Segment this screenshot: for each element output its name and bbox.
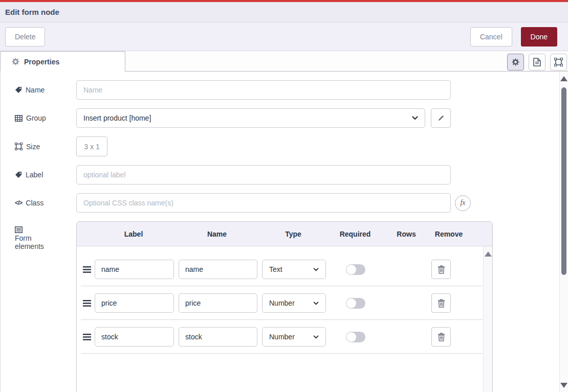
element-type-select[interactable]: Number — [262, 293, 326, 313]
scroll-down-icon[interactable] — [560, 383, 567, 388]
element-type-value: Text — [269, 265, 313, 273]
toggle-knob — [346, 265, 356, 274]
form-elements-table-body: Text — [77, 246, 483, 392]
toggle-knob — [346, 298, 356, 308]
document-icon — [533, 58, 541, 66]
element-name-input[interactable] — [179, 260, 257, 279]
editor-view-buttons — [507, 54, 567, 71]
chevron-down-icon — [412, 116, 418, 120]
cancel-button[interactable]: Cancel — [470, 27, 512, 47]
form-element-row: Number — [81, 320, 483, 354]
chevron-down-icon — [313, 302, 319, 305]
column-header-name: Name — [207, 230, 227, 238]
element-type-select[interactable]: Text — [262, 260, 326, 279]
size-field-row: Size 3 x 1 — [1, 136, 568, 156]
group-select-value: Insert product [home] — [83, 114, 412, 122]
dialog-button-bar: Delete Cancel Done — [0, 22, 568, 51]
edit-form-node-dialog: Edit form node Delete Cancel Done Proper… — [0, 0, 568, 392]
form-elements-table-header: LabelNameTypeRequiredRowsRemove — [77, 222, 492, 246]
size-icon — [15, 143, 23, 150]
label-field-label-text: Label — [26, 171, 43, 179]
dialog-header: Edit form node — [0, 2, 568, 22]
required-toggle[interactable] — [346, 332, 365, 342]
column-header-rows: Rows — [397, 230, 416, 238]
class-input[interactable] — [76, 193, 451, 213]
group-select[interactable]: Insert product [home] — [76, 108, 425, 128]
element-type-value: Number — [269, 333, 313, 341]
element-name-input[interactable] — [179, 293, 257, 313]
size-field-label-text: Size — [26, 143, 40, 151]
delete-button[interactable]: Delete — [5, 27, 45, 47]
form-elements-label: Form elements — [1, 221, 76, 250]
required-toggle[interactable] — [346, 298, 365, 309]
label-field-row: Label — [1, 165, 568, 185]
drag-handle-icon[interactable] — [83, 300, 91, 307]
toggle-knob — [346, 332, 356, 342]
element-label-input[interactable] — [95, 293, 174, 313]
class-field-row: </> Class fx — [1, 193, 568, 213]
main-scrollbar[interactable] — [559, 72, 568, 392]
element-name-input[interactable] — [179, 327, 257, 347]
element-type-select[interactable]: Number — [262, 327, 326, 347]
properties-view-button[interactable] — [507, 54, 524, 71]
scrollbar-thumb[interactable] — [561, 87, 566, 275]
label-input[interactable] — [76, 165, 451, 185]
trash-icon — [438, 265, 445, 274]
form-elements-label-text: Form elements — [15, 234, 56, 250]
dialog-title: Edit form node — [5, 8, 59, 16]
group-field-label: Group — [1, 114, 76, 122]
chevron-down-icon — [313, 335, 319, 339]
column-header-required: Required — [340, 230, 371, 238]
gear-icon — [12, 58, 19, 65]
size-field-label: Size — [1, 143, 76, 151]
column-header-type: Type — [285, 230, 301, 238]
pencil-icon — [438, 114, 445, 122]
name-field-label: Name — [1, 86, 76, 94]
scroll-up-icon[interactable] — [485, 251, 492, 257]
column-header-remove: Remove — [435, 230, 463, 238]
chevron-down-icon — [313, 268, 319, 271]
column-header-label: Label — [124, 230, 143, 238]
element-label-input[interactable] — [95, 327, 174, 347]
label-field-label: Label — [1, 171, 76, 179]
drag-handle-icon[interactable] — [83, 266, 91, 273]
tag-icon — [15, 86, 22, 94]
remove-element-button[interactable] — [431, 260, 451, 279]
done-button[interactable]: Done — [521, 27, 557, 47]
scroll-up-icon[interactable] — [560, 76, 567, 81]
element-label-input[interactable] — [95, 260, 174, 279]
group-field-label-text: Group — [26, 114, 46, 122]
class-field-label: </> Class — [1, 199, 76, 207]
appearance-view-button[interactable] — [550, 54, 567, 71]
table-scrollbar[interactable] — [483, 246, 492, 392]
name-input[interactable] — [76, 80, 451, 100]
size-button[interactable]: 3 x 1 — [76, 136, 107, 156]
tag-icon — [15, 171, 22, 178]
remove-element-button[interactable] — [431, 327, 451, 347]
name-field-row: Name — [1, 80, 568, 100]
code-icon: </> — [15, 199, 22, 206]
edit-group-button[interactable] — [431, 108, 451, 128]
required-toggle[interactable] — [346, 264, 365, 275]
gear-icon — [512, 58, 519, 66]
tab-properties[interactable]: Properties — [0, 51, 125, 72]
editor-tab-bar: Properties — [0, 51, 568, 72]
form-elements-icon — [15, 226, 23, 233]
drag-handle-icon[interactable] — [83, 334, 91, 340]
form-elements-table: LabelNameTypeRequiredRowsRemove Text — [76, 221, 493, 392]
description-view-button[interactable] — [529, 54, 545, 71]
class-field-label-text: Class — [26, 199, 43, 207]
table-grid-icon — [15, 115, 23, 122]
form-elements-row: Form elements LabelNameTypeRequiredRowsR… — [1, 221, 568, 392]
remove-element-button[interactable] — [431, 293, 451, 313]
trash-icon — [438, 333, 445, 341]
group-field-row: Group Insert product [home] — [1, 108, 568, 128]
tab-properties-label: Properties — [24, 58, 59, 66]
element-type-value: Number — [269, 299, 313, 307]
appearance-icon — [554, 58, 563, 66]
properties-panel: Name Group Insert product [home] — [0, 72, 568, 392]
expression-button[interactable]: fx — [455, 195, 471, 211]
trash-icon — [438, 299, 445, 308]
form-element-row: Text — [81, 252, 483, 286]
name-field-label-text: Name — [26, 86, 45, 94]
